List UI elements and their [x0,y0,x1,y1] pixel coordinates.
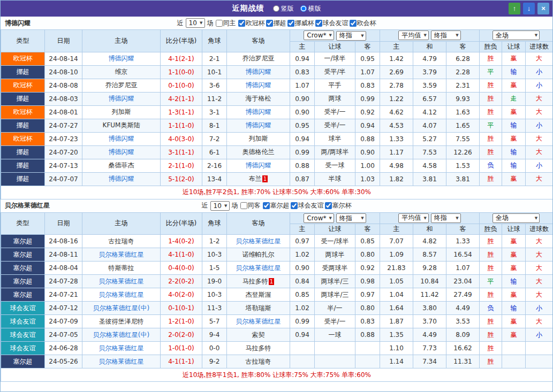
same-side-checkbox[interactable] [216,20,223,27]
league-filter-item[interactable]: 球会友谊 [315,19,349,28]
avg-time-select[interactable]: 终指▼ [431,30,461,40]
match-row: 球会友谊 24-07-12 贝尔格莱德红星(中) 0-1(0-1) 11-3 塔… [1,302,553,315]
home-team[interactable]: 贝尔格莱德红星 [82,355,161,368]
match-row: 挪超 24-07-07 博德闪耀 5-1(2-0) 13-4 布兰1 0.87 … [1,172,553,186]
scope-select[interactable]: 全场▼ [493,213,540,223]
away-team[interactable]: 马拉多特1 [227,275,290,288]
scope-select[interactable]: 全场▼ [493,30,540,40]
league-filter-item[interactable]: 欧冠杯 [238,19,265,28]
league-checkbox[interactable] [315,20,322,27]
avg-away-odds: 1.53 [446,159,480,172]
league-checkbox[interactable] [263,202,270,209]
league-checkbox[interactable] [325,202,332,209]
avg-home-odds: 2.78 [380,79,413,92]
home-team[interactable]: 特斯蒂拉 [82,262,161,275]
home-team[interactable]: 博德闪耀 [82,145,161,159]
league-checkbox[interactable] [266,20,273,27]
home-team[interactable]: 贝尔格莱德红星(中) [82,328,161,342]
handicap-result-badge: 赢 [502,105,526,119]
col-avg-draw: 和 [413,41,446,52]
home-team[interactable]: 博德闪耀 [82,172,161,186]
away-team[interactable]: 海于格松 [227,92,290,105]
league-badge: 挪超 [1,145,45,159]
close-button[interactable]: × [537,3,549,14]
layout-option-vertical[interactable]: 竖版 [273,4,294,13]
match-count-select[interactable]: 10▼ [210,201,230,211]
league-filter-item[interactable]: 挪超 [266,19,286,28]
layout-option-horizontal[interactable]: 横版 [300,4,321,13]
home-team[interactable]: 古拉瑞奇 [82,235,161,248]
avg-time-select[interactable]: 终指▼ [431,213,461,223]
home-team[interactable]: 贝尔格莱德红星 [82,248,161,262]
avg-draw-odds: 3.59 [413,79,446,92]
away-team[interactable]: 索契 [227,328,290,342]
away-team[interactable]: 杰登斯渥 [227,288,290,302]
avg-home-odds: 7.07 [380,235,413,248]
away-team[interactable]: 贝尔格莱德红星 [227,315,290,328]
away-team-section: 贝尔格莱德红星 近 10▼ 场 同客 塞尔超球会友谊塞尔杯 [1,199,552,382]
away-team[interactable]: 布兰1 [227,172,290,186]
vertical-radio[interactable] [273,5,279,12]
league-filter-item[interactable]: 塞尔超 [263,201,290,210]
home-team[interactable]: 博德闪耀 [82,132,161,145]
league-checkbox[interactable] [287,20,294,27]
same-side-filter[interactable]: 同客 [240,201,261,210]
match-count-select[interactable]: 10▼ [186,18,205,28]
handicap-line: 两球 [315,92,355,105]
home-team[interactable]: KFUM奥斯陆 [82,119,161,132]
move-up-button[interactable]: ↑ [509,3,520,14]
away-team[interactable]: 贝尔格莱德红星 [227,235,290,248]
away-team[interactable]: 古拉瑞奇 [227,355,290,368]
league-checkbox[interactable] [291,202,298,209]
home-team[interactable]: 贝尔格莱德红星 [82,288,161,302]
odds-provider-select[interactable]: Crow*▼ [304,30,334,40]
same-side-filter[interactable]: 同主 [216,19,236,28]
home-team[interactable]: 贝尔格莱德红星(中) [82,302,161,315]
same-side-checkbox[interactable] [240,202,247,209]
home-team[interactable]: 博德闪耀 [82,52,161,65]
home-team[interactable]: 贝尔格莱德红星 [82,275,161,288]
home-odds: 0.90 [290,92,315,105]
league-checkbox[interactable] [238,20,245,27]
handicap-line: 球半 [315,132,355,145]
league-checkbox[interactable] [350,20,357,27]
away-team[interactable]: 马拉多特 [227,342,290,355]
horizontal-radio[interactable] [300,5,307,12]
avg-provider-select[interactable]: 平均值▼ [398,30,428,40]
league-filter-item[interactable]: 塞尔杯 [325,201,352,210]
away-team[interactable]: 列加斯 [227,132,290,145]
odds-time-select[interactable]: 终指▼ [336,213,366,223]
away-odds: 0.83 [355,315,380,328]
home-team[interactable]: 列加斯 [82,105,161,119]
home-team[interactable]: 维京 [82,65,161,79]
league-filter-item[interactable]: 挪威杯 [287,19,314,28]
home-team[interactable]: 桑德菲杰 [82,159,161,172]
away-team[interactable]: 博德闪耀 [227,65,290,79]
goals-result-badge: 大 [526,262,553,275]
home-team[interactable]: 博德闪耀 [82,92,161,105]
home-team[interactable]: 圣彼得堡泽尼特 [82,315,161,328]
away-team[interactable]: 博德闪耀 [227,79,290,92]
home-team[interactable]: 乔治罗尼亚 [82,79,161,92]
away-odds: 0.90 [355,145,380,159]
away-team[interactable]: 博德闪耀 [227,159,290,172]
away-team[interactable]: 贝尔格莱德红星 [227,262,290,275]
league-filter-item[interactable]: 欧会杯 [350,19,376,28]
away-team[interactable]: 塔勒瑞斯 [227,302,290,315]
away-team[interactable]: 博德闪耀 [227,119,290,132]
odds-provider-select[interactable]: Crow*▼ [304,213,334,223]
away-team[interactable]: 博德闪耀 [227,105,290,119]
move-down-button[interactable]: ↓ [523,3,535,14]
away-team[interactable]: 诺维帕扎尔 [227,248,290,262]
away-team[interactable]: 乔治罗尼亚 [227,52,290,65]
panel-title: 近期战绩 [232,4,264,13]
league-filter-item[interactable]: 球会友谊 [291,201,324,210]
avg-provider-select[interactable]: 平均值▼ [398,213,428,223]
away-team[interactable]: 奥德格伦兰 [227,145,290,159]
corner-score: 9-4 [202,328,227,342]
handicap-line: 受平/半 [315,65,355,79]
home-team[interactable]: 贝尔格莱德红星 [82,342,161,355]
league-badge: 塞尔超 [1,235,45,248]
avg-home-odds: 1.87 [380,315,413,328]
odds-time-select[interactable]: 终指▼ [336,31,366,41]
